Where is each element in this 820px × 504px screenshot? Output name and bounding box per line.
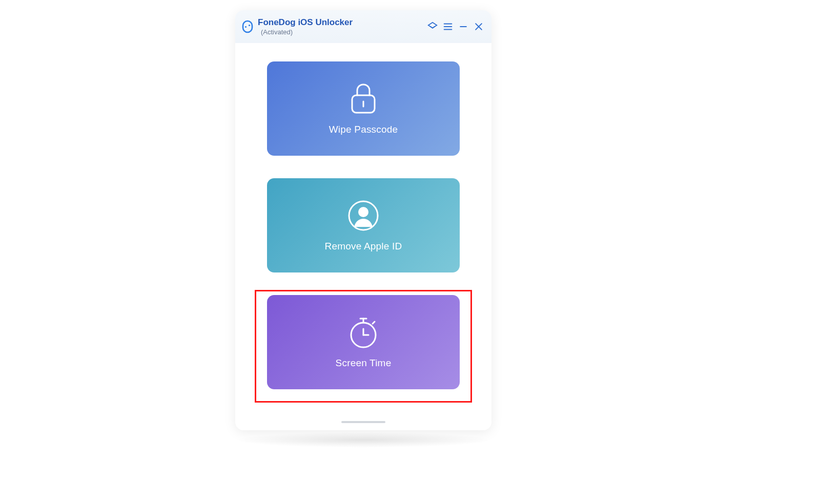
app-logo-icon [240,19,255,34]
title-text-block: FoneDog iOS Unlocker (Activated) [258,17,353,36]
lock-icon [346,82,380,116]
window-shadow [235,432,491,448]
avatar-icon [346,199,380,233]
menu-button[interactable] [441,20,455,33]
svg-point-1 [249,25,250,26]
title-controls [426,10,485,43]
license-status: (Activated) [261,28,353,36]
close-button[interactable] [472,20,485,33]
svg-point-0 [245,26,247,28]
screen-time-label: Screen Time [336,358,392,369]
screen-time-card[interactable]: Screen Time [267,295,460,389]
wipe-passcode-card[interactable]: Wipe Passcode [267,61,460,156]
remove-apple-id-card[interactable]: Remove Apple ID [267,178,460,272]
svg-point-11 [358,207,368,217]
key-button[interactable] [426,20,439,33]
wipe-passcode-label: Wipe Passcode [329,124,398,135]
drag-handle[interactable] [341,421,385,423]
remove-apple-id-label: Remove Apple ID [325,241,402,252]
app-title: FoneDog iOS Unlocker [258,17,353,28]
stopwatch-icon [346,316,380,349]
app-window: FoneDog iOS Unlocker (Activated) [235,10,491,430]
minimize-button[interactable] [457,20,470,33]
content-area: Wipe Passcode Remove Apple ID [235,43,491,430]
title-bar: FoneDog iOS Unlocker (Activated) [235,10,491,43]
svg-line-17 [373,322,375,324]
